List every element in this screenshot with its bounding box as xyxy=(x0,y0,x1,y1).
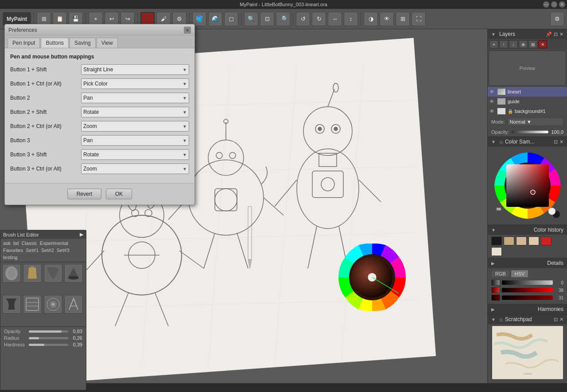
swatch-2[interactable] xyxy=(516,237,527,245)
layers-pin-icon[interactable]: 📌 xyxy=(546,31,552,37)
tab-rgb[interactable]: RGB xyxy=(491,270,510,278)
color-sampler-collapse[interactable]: ▼ xyxy=(491,140,496,144)
layer-eye-guide[interactable]: 👁 xyxy=(489,99,494,104)
merge-down-btn[interactable]: ⊞ xyxy=(528,40,537,48)
tab-pen-input[interactable]: Pen Input xyxy=(8,38,40,48)
pref-select-3[interactable]: Rotate ▼ xyxy=(81,107,189,117)
radius-slider-brush[interactable] xyxy=(29,337,68,339)
brush-7[interactable] xyxy=(64,295,83,314)
panel-color-wheel[interactable] xyxy=(492,150,563,221)
cat-classic[interactable]: Classic xyxy=(20,240,38,246)
cat-set3[interactable]: Set#3 xyxy=(56,247,70,253)
pref-select-0[interactable]: Straight Line ▼ xyxy=(81,64,189,75)
layer-eye-lineart[interactable]: 👁 xyxy=(489,89,494,94)
rotate-cw-button[interactable]: ↻ xyxy=(312,12,326,26)
zoom-fit-button[interactable]: ⊡ xyxy=(260,12,274,26)
color-expand-icon[interactable]: ⊡ xyxy=(554,139,558,145)
duplicate-layer-btn[interactable]: ⊕ xyxy=(519,40,528,48)
cat-testing[interactable]: testing xyxy=(2,254,18,260)
cat-set2[interactable]: Set#2 xyxy=(40,247,55,253)
scratchpad-expand[interactable]: ⊡ xyxy=(554,317,558,322)
cat-ask[interactable]: ask xyxy=(2,240,12,246)
harmonies-header[interactable]: ▶ Harmonies xyxy=(488,304,567,314)
swatch-3[interactable] xyxy=(528,237,539,245)
layer-eye-bg[interactable]: 👁 xyxy=(489,109,494,114)
brush-2[interactable] xyxy=(44,264,62,283)
svg-marker-49 xyxy=(248,260,252,268)
tab-hsv[interactable]: HSV xyxy=(511,270,529,278)
swatch-5[interactable] xyxy=(491,247,502,256)
fullscreen-button[interactable]: ⛶ xyxy=(412,12,426,26)
erase-tool[interactable]: ◻ xyxy=(224,12,238,26)
swatch-1[interactable] xyxy=(504,237,514,245)
cat-set1[interactable]: Set#1 xyxy=(25,247,39,253)
pref-select-6[interactable]: Rotate ▼ xyxy=(81,149,189,160)
mirror-button[interactable]: ◑ xyxy=(364,12,378,26)
layer-item-guide[interactable]: 👁 guide xyxy=(488,97,567,106)
slider-0[interactable] xyxy=(502,280,553,285)
brush-3[interactable] xyxy=(64,264,83,283)
add-layer-btn[interactable]: + xyxy=(489,40,498,48)
tab-saving[interactable]: Saving xyxy=(70,38,96,48)
tab-view[interactable]: View xyxy=(97,38,118,48)
brush-panel-arrow[interactable]: ▶ xyxy=(80,232,83,237)
brush-4[interactable] xyxy=(2,295,21,314)
rotate-ccw-button[interactable]: ↺ xyxy=(296,12,310,26)
delete-layer-btn[interactable]: ✕ xyxy=(538,40,547,48)
opacity-slider[interactable] xyxy=(512,131,548,133)
flip-h-button[interactable]: ↔ xyxy=(328,12,342,26)
layer-item-background[interactable]: 👁 🔒 background#1 xyxy=(488,106,567,116)
details-collapse[interactable]: ▶ xyxy=(491,261,495,266)
pref-select-7[interactable]: Zoom ▼ xyxy=(81,163,189,174)
grid-button[interactable]: ⊞ xyxy=(396,12,410,26)
zoom-out-button[interactable]: 🔎 xyxy=(276,12,290,26)
layers-collapse[interactable]: ▼ xyxy=(491,32,496,37)
close-button[interactable]: ✕ xyxy=(559,1,565,8)
maximize-button[interactable]: □ xyxy=(551,1,557,8)
tab-buttons[interactable]: Buttons xyxy=(41,38,69,48)
flip-v-button[interactable]: ↕ xyxy=(344,12,358,26)
pref-select-5[interactable]: Pan ▼ xyxy=(81,135,189,146)
color-wheel-svg[interactable] xyxy=(337,242,408,313)
mode-select[interactable]: Normal ▼ xyxy=(508,118,563,126)
zoom-in-button[interactable]: 🔍 xyxy=(244,12,258,26)
pref-select-1[interactable]: Pick Color ▼ xyxy=(81,78,189,89)
hardness-slider-brush[interactable] xyxy=(29,344,68,346)
opacity-slider-brush[interactable] xyxy=(29,330,68,333)
paint-bucket[interactable]: 🪣 xyxy=(192,12,206,26)
svg-line-2 xyxy=(208,65,230,366)
brush-5[interactable] xyxy=(23,295,42,314)
pref-select-2[interactable]: Pan ▼ xyxy=(81,93,189,103)
brush-6[interactable] xyxy=(44,295,62,314)
pref-close-button[interactable]: ✕ xyxy=(184,27,191,34)
minimize-button[interactable]: — xyxy=(543,1,549,8)
color-wheel[interactable] xyxy=(337,242,439,344)
scratchpad-canvas[interactable]: notes xyxy=(492,326,563,379)
scratchpad-close[interactable]: ✕ xyxy=(559,317,563,322)
layer-item-lineart[interactable]: 👁 lineart xyxy=(488,87,567,97)
swatch-0[interactable] xyxy=(491,237,502,245)
move-up-btn[interactable]: ↑ xyxy=(499,40,508,48)
revert-button[interactable]: Revert xyxy=(67,189,101,199)
color-wheel-panel[interactable] xyxy=(492,150,563,221)
pref-select-4[interactable]: Zoom ▼ xyxy=(81,121,189,132)
color-close-icon[interactable]: ✕ xyxy=(559,139,563,145)
slider-1[interactable] xyxy=(502,288,553,292)
cat-favorites[interactable]: Favorites xyxy=(2,247,24,253)
brush-1[interactable] xyxy=(23,264,42,283)
scratchpad-collapse[interactable]: ▼ xyxy=(491,317,496,322)
slider-val-1: 38 xyxy=(555,288,563,293)
smudge-tool[interactable]: 🌊 xyxy=(208,12,222,26)
cat-bd[interactable]: bd xyxy=(12,240,19,246)
brush-0[interactable] xyxy=(2,264,21,283)
layers-close-icon[interactable]: ✕ xyxy=(559,31,563,37)
color-history-collapse[interactable]: ▼ xyxy=(491,228,496,233)
move-down-btn[interactable]: ↓ xyxy=(509,40,518,48)
settings-icon[interactable]: ⚙ xyxy=(550,12,564,26)
slider-2[interactable] xyxy=(502,295,553,300)
cat-experimental[interactable]: Experimental xyxy=(39,240,69,246)
view-icon[interactable]: 👁 xyxy=(380,12,394,26)
ok-button[interactable]: OK xyxy=(106,189,132,199)
swatch-4[interactable] xyxy=(541,237,551,245)
layers-expand-icon[interactable]: ⊡ xyxy=(554,31,558,37)
